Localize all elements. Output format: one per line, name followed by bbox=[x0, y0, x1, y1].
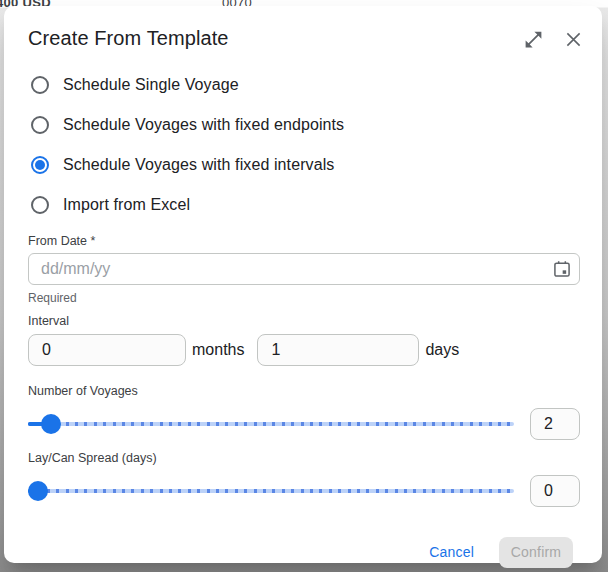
radio-icon bbox=[31, 116, 49, 134]
from-date-field bbox=[28, 253, 580, 285]
radio-option-label: Schedule Voyages with fixed endpoints bbox=[63, 116, 344, 134]
interval-months-input[interactable] bbox=[28, 334, 186, 366]
slider-track bbox=[28, 422, 514, 426]
number-of-voyages-label: Number of Voyages bbox=[28, 383, 580, 399]
radio-icon-selected bbox=[31, 156, 49, 174]
close-button[interactable] bbox=[562, 27, 586, 51]
cancel-button[interactable]: Cancel bbox=[419, 536, 484, 568]
radio-icon bbox=[31, 196, 49, 214]
voyages-slider[interactable] bbox=[28, 407, 516, 441]
radio-option-fixed-intervals[interactable]: Schedule Voyages with fixed intervals bbox=[4, 153, 602, 177]
dialog-content: From Date * Required Interval months day… bbox=[4, 233, 602, 568]
voyages-slider-row bbox=[28, 407, 580, 441]
radio-option-single-voyage[interactable]: Schedule Single Voyage bbox=[4, 73, 602, 97]
radio-icon bbox=[31, 76, 49, 94]
radio-option-import-excel[interactable]: Import from Excel bbox=[4, 193, 602, 217]
dialog-footer: Cancel Confirm bbox=[28, 536, 580, 568]
required-helper-text: Required bbox=[28, 291, 580, 306]
laycan-slider-row bbox=[28, 474, 580, 508]
header-icons bbox=[522, 25, 586, 51]
date-picker-button[interactable] bbox=[549, 257, 575, 281]
create-from-template-dialog: Create From Template Schedule Single Voy… bbox=[4, 6, 602, 563]
voyages-value-input[interactable] bbox=[530, 408, 580, 440]
calendar-icon bbox=[552, 259, 572, 279]
laycan-value-input[interactable] bbox=[530, 475, 580, 507]
expand-button[interactable] bbox=[522, 27, 546, 51]
radio-option-fixed-endpoints[interactable]: Schedule Voyages with fixed endpoints bbox=[4, 113, 602, 137]
laycan-spread-label: Lay/Can Spread (days) bbox=[28, 450, 580, 466]
months-unit-label: months bbox=[192, 341, 244, 359]
from-date-label: From Date * bbox=[28, 233, 580, 249]
voyages-slider-thumb[interactable] bbox=[41, 414, 61, 434]
radio-option-label: Schedule Single Voyage bbox=[63, 76, 239, 94]
laycan-slider[interactable] bbox=[28, 474, 516, 508]
slider-track bbox=[28, 489, 514, 493]
from-date-input[interactable] bbox=[28, 253, 580, 285]
screen: 400 USD 0070 Create From Template bbox=[0, 0, 608, 572]
radio-option-label: Import from Excel bbox=[63, 196, 190, 214]
laycan-slider-thumb[interactable] bbox=[28, 481, 48, 501]
template-type-radio-group: Schedule Single Voyage Schedule Voyages … bbox=[4, 73, 602, 217]
dialog-header: Create From Template bbox=[4, 6, 602, 51]
interval-label: Interval bbox=[28, 313, 580, 329]
confirm-button[interactable]: Confirm bbox=[499, 537, 573, 568]
radio-option-label: Schedule Voyages with fixed intervals bbox=[63, 156, 334, 174]
days-unit-label: days bbox=[425, 341, 459, 359]
open-in-full-icon bbox=[523, 29, 544, 50]
dialog-title: Create From Template bbox=[28, 25, 229, 51]
interval-row: months days bbox=[28, 334, 580, 366]
close-icon bbox=[563, 29, 584, 50]
interval-days-input[interactable] bbox=[257, 334, 419, 366]
